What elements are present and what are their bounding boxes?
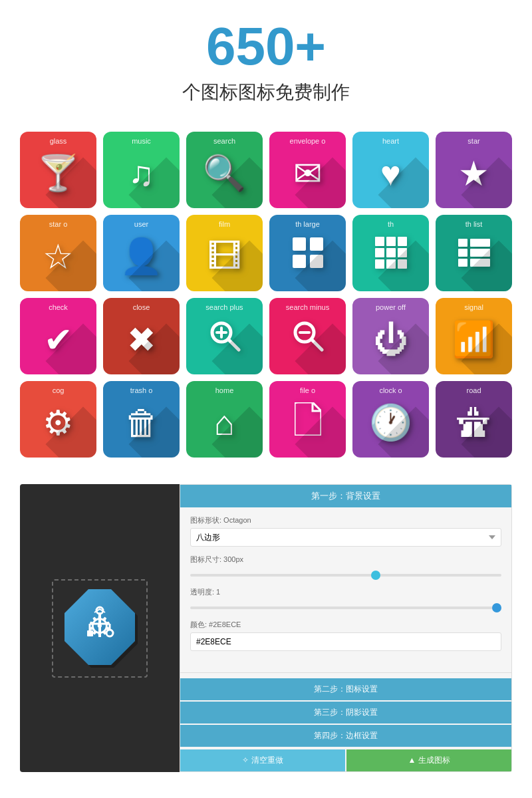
- border-slider[interactable]: [190, 606, 501, 609]
- icon-tile-heart[interactable]: heart ♥: [352, 132, 429, 208]
- border-row: 透明度: 1: [190, 587, 501, 612]
- svg-rect-10: [375, 259, 384, 269]
- check-icon: ✔: [44, 320, 73, 360]
- svg-rect-33: [87, 630, 93, 636]
- icon-label: close: [103, 303, 180, 311]
- icon-label: search minus: [269, 303, 346, 311]
- icon-tile-close[interactable]: close ✖: [103, 298, 180, 374]
- shape-label: 图标形状: Octagon: [190, 515, 501, 525]
- svg-rect-2: [293, 255, 306, 268]
- big-number: 650+: [0, 20, 532, 73]
- icon-tile-road[interactable]: road 🛣: [436, 381, 512, 458]
- clear-button[interactable]: ✧ 清空重做: [180, 749, 345, 771]
- icon-label: glass: [20, 137, 96, 145]
- icon-tile-th-list[interactable]: th list: [436, 215, 512, 291]
- icon-label: trash o: [103, 386, 180, 394]
- icon-tile-power-off[interactable]: power off ⏻: [352, 298, 429, 374]
- music-icon: ♫: [128, 154, 154, 194]
- icon-tile-th-large[interactable]: th large: [269, 215, 346, 291]
- svg-rect-13: [458, 239, 467, 247]
- icon-tile-clock[interactable]: clock o 🕐: [352, 381, 429, 458]
- shape-select[interactable]: 八边形: [190, 528, 501, 547]
- trash-icon: 🗑: [124, 403, 159, 443]
- icon-label: star o: [20, 220, 96, 228]
- svg-rect-17: [458, 259, 467, 267]
- icon-label: search: [186, 137, 263, 145]
- icon-label: cog: [20, 386, 96, 394]
- film-icon: 🎞: [207, 237, 242, 277]
- power-off-icon: ⏻: [374, 320, 408, 360]
- icon-tile-star[interactable]: star ★: [436, 132, 512, 208]
- cog-icon: ⚙: [43, 403, 74, 443]
- svg-rect-5: [386, 237, 396, 246]
- shape-row: 图标形状: Octagon 八边形: [190, 515, 501, 547]
- preview-panel: ⚙: [20, 484, 180, 772]
- svg-rect-12: [398, 259, 407, 269]
- header-section: 650+ 个图标图标免费制作: [0, 0, 532, 132]
- color-row: 颜色: #2E8ECE: [190, 620, 501, 651]
- icon-tile-music[interactable]: music ♫: [103, 132, 180, 208]
- step4-button[interactable]: 第四步：边框设置: [180, 725, 511, 747]
- svg-rect-6: [398, 237, 407, 246]
- icon-tile-envelope[interactable]: envelope o ✉: [269, 132, 346, 208]
- icon-label: check: [20, 303, 96, 311]
- size-row: 图标尺寸: 300px: [190, 555, 501, 579]
- svg-rect-7: [375, 248, 384, 257]
- icon-label: file o: [269, 386, 346, 394]
- preview-border: ⚙: [52, 579, 148, 678]
- svg-rect-18: [470, 259, 490, 267]
- icon-label: signal: [436, 303, 512, 311]
- home-icon: ⌂: [214, 403, 235, 443]
- border-label: 透明度: 1: [190, 587, 501, 597]
- border-slider-container: [190, 600, 501, 612]
- settings-panel: 第一步：背景设置 图标形状: Octagon 八边形 图标尺寸: 300px 透…: [180, 484, 512, 772]
- icon-tile-th[interactable]: th: [352, 215, 429, 291]
- icon-tile-user[interactable]: user 👤: [103, 215, 180, 291]
- generate-button[interactable]: ▲ 生成图标: [346, 749, 511, 771]
- svg-rect-3: [310, 255, 323, 268]
- icon-tile-search-minus[interactable]: search minus: [269, 298, 346, 374]
- svg-rect-11: [386, 259, 396, 269]
- icon-label: search plus: [186, 303, 263, 311]
- bottom-section: ⚙ 第一步：背景设置 图标形状: Octagon: [0, 484, 532, 772]
- size-slider-container: [190, 567, 501, 579]
- divider: [180, 672, 511, 673]
- icon-tile-glass[interactable]: glass 🍸: [20, 132, 96, 208]
- star-icon: ★: [458, 154, 489, 194]
- subtitle: 个图标图标免费制作: [0, 80, 532, 105]
- search-minus-icon: [291, 319, 325, 360]
- icon-tile-signal[interactable]: signal 📶: [436, 298, 512, 374]
- svg-rect-0: [293, 237, 306, 251]
- icon-tile-file[interactable]: file o: [269, 381, 346, 458]
- icon-tile-film[interactable]: film 🎞: [186, 215, 263, 291]
- heart-icon: ♥: [380, 154, 401, 194]
- icon-label: power off: [352, 303, 429, 311]
- icon-tile-search-plus[interactable]: search plus: [186, 298, 263, 374]
- icon-tile-cog[interactable]: cog ⚙: [20, 381, 96, 458]
- icon-tile-home[interactable]: home ⌂: [186, 381, 263, 458]
- icon-label: film: [186, 220, 263, 228]
- search-icon: 🔍: [203, 153, 246, 194]
- size-slider[interactable]: [190, 574, 501, 577]
- size-label: 图标尺寸: 300px: [190, 555, 501, 565]
- svg-rect-16: [470, 249, 490, 257]
- icon-label: road: [436, 386, 512, 394]
- svg-rect-4: [375, 237, 384, 246]
- step3-button[interactable]: 第三步：阴影设置: [180, 702, 511, 724]
- icon-label: home: [186, 386, 263, 394]
- icon-tile-search[interactable]: search 🔍: [186, 132, 263, 208]
- icon-tile-check[interactable]: check ✔: [20, 298, 96, 374]
- svg-rect-9: [398, 248, 407, 257]
- search-plus-icon: [208, 319, 241, 360]
- icons-grid: glass 🍸 music ♫ search 🔍 envelope o ✉ he…: [0, 132, 532, 458]
- icon-label: star: [436, 137, 512, 145]
- icon-tile-trash[interactable]: trash o 🗑: [103, 381, 180, 458]
- color-input[interactable]: [190, 632, 501, 651]
- icon-label: clock o: [352, 386, 429, 394]
- user-icon: 👤: [120, 236, 163, 277]
- icon-tile-star-o[interactable]: star o ☆: [20, 215, 96, 291]
- signal-icon: 📶: [452, 319, 495, 360]
- svg-rect-1: [310, 237, 323, 251]
- settings-body: 图标形状: Octagon 八边形 图标尺寸: 300px 透明度: 1 颜色:…: [180, 507, 511, 667]
- step2-button[interactable]: 第二步：图标设置: [180, 678, 511, 700]
